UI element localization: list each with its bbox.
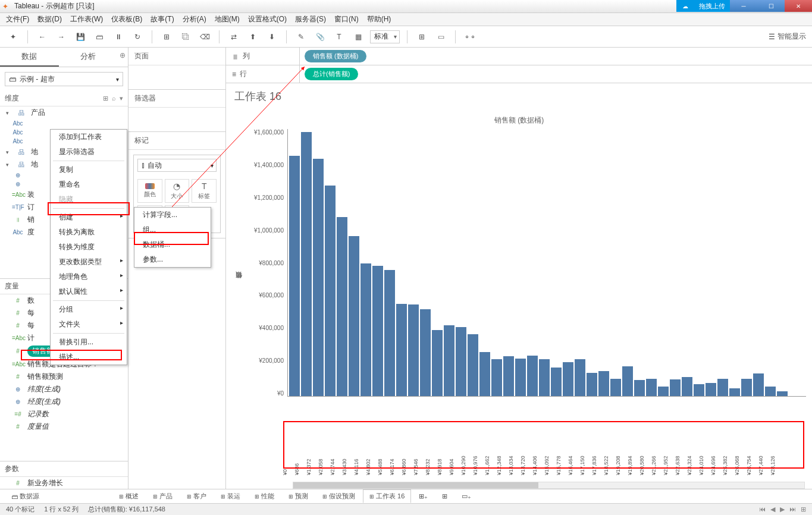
menu-item[interactable]: 组...	[134, 222, 211, 237]
menu-format[interactable]: 设置格式(O)	[248, 14, 287, 24]
label-icon[interactable]: T	[332, 30, 346, 44]
bar[interactable]	[622, 366, 633, 396]
sheet-tab[interactable]: ⊞ 产品	[146, 489, 179, 503]
legend-icon[interactable]: ▦	[351, 30, 365, 44]
field-item[interactable]: Abc	[0, 119, 128, 128]
column-pill[interactable]: 销售额 (数据桶)	[305, 50, 366, 62]
nav-first-icon[interactable]: ⏮	[759, 505, 766, 513]
menu-item[interactable]: 数据桶...	[134, 237, 211, 252]
bar[interactable]	[634, 380, 645, 396]
sheet-tab[interactable]: ⊞ 性能	[248, 489, 281, 503]
sort-desc-icon[interactable]: ⬇	[265, 30, 279, 44]
clear-icon[interactable]: ⌫	[197, 30, 212, 44]
field-item[interactable]: =#记录数	[0, 408, 128, 420]
bar[interactable]	[468, 334, 478, 396]
bar[interactable]	[337, 217, 347, 396]
marks-label[interactable]: T标签	[192, 179, 217, 203]
refresh-icon[interactable]: ↻	[130, 30, 145, 44]
bar[interactable]	[301, 132, 312, 396]
back-icon[interactable]: ←	[35, 30, 49, 44]
bar[interactable]	[694, 384, 704, 396]
bar[interactable]	[289, 156, 300, 396]
menu-help[interactable]: 帮助(H)	[367, 14, 391, 24]
bar[interactable]	[432, 330, 443, 396]
bar[interactable]	[575, 359, 585, 396]
bar[interactable]	[527, 356, 538, 396]
bar[interactable]	[444, 325, 454, 396]
sheet-tab[interactable]: ⊞ 概述	[112, 489, 145, 503]
bar[interactable]	[658, 387, 669, 396]
presentation-icon[interactable]: ▭	[434, 30, 448, 44]
forward-icon[interactable]: →	[54, 30, 68, 44]
bar[interactable]	[563, 362, 573, 396]
bar[interactable]	[396, 304, 407, 396]
menu-item[interactable]: 描述...	[51, 350, 127, 365]
chart-plot[interactable]	[287, 129, 806, 397]
menu-item[interactable]: 默认属性	[51, 284, 127, 299]
upload-button[interactable]: 拖拽上传	[694, 0, 730, 12]
bar[interactable]	[408, 304, 419, 397]
bar[interactable]	[753, 373, 764, 396]
bar[interactable]	[706, 383, 716, 396]
bar[interactable]	[765, 387, 776, 396]
fit-combo[interactable]: 标准	[370, 30, 400, 43]
new-story-button[interactable]: ▭₊	[455, 490, 478, 503]
share-icon[interactable]: ⚬⚬	[463, 30, 477, 44]
nav-prev-icon[interactable]: ◀	[770, 505, 775, 513]
sheet-tab[interactable]: ⊞ 预测	[282, 489, 315, 503]
tableau-icon[interactable]: ✦	[6, 30, 20, 44]
nav-grid-icon[interactable]: ⊞	[801, 505, 806, 513]
bar[interactable]	[610, 379, 621, 396]
bar[interactable]	[670, 379, 681, 396]
bar[interactable]	[777, 391, 788, 396]
bar[interactable]	[551, 368, 562, 396]
search-icon[interactable]: ⌕	[112, 95, 116, 102]
marks-type-select[interactable]: ⫿ 自动	[137, 159, 217, 172]
menu-item[interactable]: 文件夹	[51, 317, 127, 332]
menu-item[interactable]: 分组	[51, 302, 127, 317]
swap-icon[interactable]: ⇄	[227, 30, 241, 44]
cloud-icon[interactable]: ☁	[676, 0, 694, 12]
field-item[interactable]: #新业务增长	[0, 477, 128, 489]
view-icon[interactable]: ⊞	[103, 95, 108, 102]
create-submenu[interactable]: 计算字段...组...数据桶...参数...	[134, 207, 211, 268]
save-icon[interactable]: 💾	[73, 30, 87, 44]
marks-size[interactable]: ◔大小	[165, 179, 190, 203]
menu-map[interactable]: 地图(M)	[215, 14, 240, 24]
menu-dashboard[interactable]: 仪表板(B)	[111, 14, 142, 24]
menu-window[interactable]: 窗口(N)	[334, 14, 359, 24]
bar[interactable]	[515, 359, 526, 396]
bar[interactable]	[729, 388, 740, 396]
row-pill[interactable]: 总计(销售额)	[305, 68, 358, 80]
bar[interactable]	[456, 327, 466, 396]
sheet-tab[interactable]: ⊞ 客户	[180, 489, 213, 503]
maximize-button[interactable]: ☐	[757, 0, 785, 12]
bar[interactable]	[539, 359, 550, 396]
tab-analysis[interactable]: 分析	[59, 48, 118, 67]
bar[interactable]	[741, 379, 752, 396]
new-dashboard-button[interactable]: ⊞	[435, 490, 454, 503]
menu-item[interactable]: 计算字段...	[134, 208, 211, 222]
menu-item[interactable]: 隐藏	[51, 192, 127, 207]
field-item[interactable]: #销售额预测	[0, 370, 128, 383]
datasource-tab[interactable]: 🗃数据源	[5, 489, 46, 503]
field-item[interactable]: ⊕纬度(生成)	[0, 383, 128, 395]
menu-item[interactable]: 替换引用...	[51, 335, 127, 350]
field-item[interactable]: #度量值	[0, 420, 128, 433]
menu-analysis[interactable]: 分析(A)	[183, 14, 206, 24]
sheet-tab[interactable]: ⊞ 工作表 16	[363, 489, 411, 503]
bar[interactable]	[372, 266, 383, 396]
smart-show-button[interactable]: ☰ 智能显示	[769, 32, 806, 42]
pause-updates-icon[interactable]: ⏸	[111, 30, 126, 44]
menu-item[interactable]: 转换为离散	[51, 225, 127, 240]
tab-data[interactable]: 数据	[0, 48, 59, 67]
bar[interactable]	[646, 379, 657, 396]
duplicate-icon[interactable]: ⿻	[178, 30, 193, 44]
menu-item[interactable]: 参数...	[134, 252, 211, 267]
menu-item[interactable]: 地理角色	[51, 269, 127, 284]
field-item[interactable]: ▾品产品	[0, 106, 128, 119]
menu-item[interactable]: 更改数据类型	[51, 255, 127, 269]
bar[interactable]	[598, 371, 609, 396]
sort-asc-icon[interactable]: ⬆	[246, 30, 260, 44]
bar[interactable]	[420, 309, 431, 396]
